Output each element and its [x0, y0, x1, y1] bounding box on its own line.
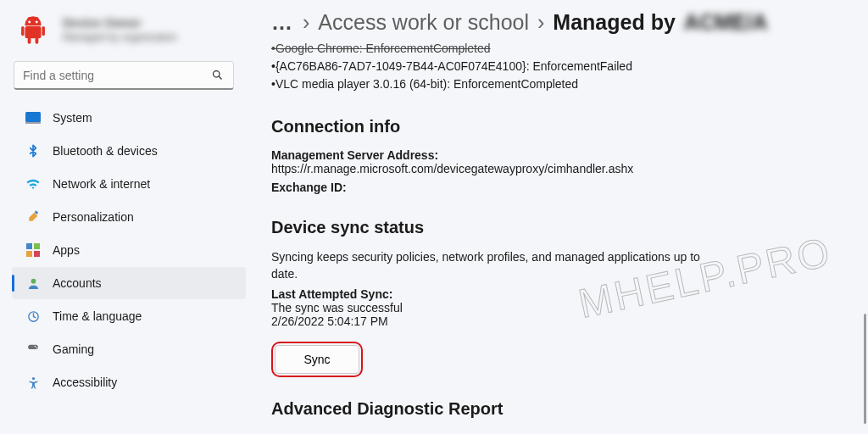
svg-rect-6 [42, 26, 44, 36]
nav-label: Personalization [53, 210, 134, 224]
nav-label: Apps [53, 243, 80, 257]
nav-label: Gaming [53, 342, 94, 356]
nav-apps[interactable]: Apps [12, 234, 246, 266]
nav-label: Accessibility [53, 376, 117, 389]
svg-point-23 [31, 376, 34, 379]
exchange-id-label: Exchange ID: [271, 181, 848, 194]
nav-gaming[interactable]: Gaming [12, 333, 246, 365]
svg-point-18 [31, 278, 36, 283]
svg-point-21 [35, 346, 36, 348]
svg-rect-11 [25, 112, 41, 122]
sync-button[interactable]: Sync [275, 345, 359, 374]
svg-rect-16 [26, 251, 32, 257]
svg-point-3 [36, 21, 38, 24]
policy-line: •Google Chrome: EnforcementCompleted [271, 40, 848, 58]
profile-avatar-icon [15, 12, 51, 47]
svg-line-10 [219, 76, 221, 79]
breadcrumb-parent[interactable]: Access work or school [318, 10, 529, 35]
nav-system[interactable]: System [12, 102, 246, 134]
search-icon [209, 68, 225, 83]
advanced-diagnostic-heading: Advanced Diagnostic Report [271, 399, 848, 419]
profile-name: Device Owner [63, 16, 177, 30]
profile-block[interactable]: Device Owner Managed by organization [8, 8, 254, 56]
nav-personalization[interactable]: Personalization [12, 201, 246, 233]
accessibility-icon [25, 375, 41, 390]
svg-rect-15 [34, 243, 40, 249]
svg-rect-20 [28, 345, 38, 349]
system-icon [25, 110, 41, 125]
nav-network[interactable]: Network & internet [12, 168, 246, 200]
policy-line: •{AC76BA86-7AD7-1049-7B44-AC0F074E4100}:… [271, 58, 848, 75]
nav-label: Time & language [53, 309, 142, 323]
svg-rect-14 [26, 243, 32, 249]
bluetooth-icon [25, 143, 41, 159]
connection-info-heading: Connection info [271, 117, 848, 136]
nav-bluetooth[interactable]: Bluetooth & devices [12, 135, 246, 167]
nav-time-language[interactable]: Time & language [12, 300, 246, 332]
svg-rect-12 [25, 122, 41, 124]
management-server-value: https://r.manage.microsoft.com/devicegat… [271, 162, 848, 175]
svg-rect-7 [28, 38, 31, 44]
svg-rect-4 [25, 26, 42, 38]
profile-subtitle: Managed by organization [63, 31, 177, 43]
paintbrush-icon [25, 209, 41, 225]
apps-icon [25, 242, 41, 258]
chevron-right-icon: › [303, 10, 309, 35]
last-sync-time: 2/26/2022 5:04:17 PM [271, 314, 848, 328]
device-sync-heading: Device sync status [271, 218, 848, 237]
globe-clock-icon [25, 309, 41, 324]
sync-description: Syncing keeps security policies, network… [271, 249, 712, 282]
nav-label: Bluetooth & devices [53, 144, 158, 158]
nav-label: Network & internet [53, 177, 150, 191]
chevron-right-icon: › [537, 10, 544, 35]
sync-button-highlight: Sync [271, 342, 363, 377]
gamepad-icon [25, 342, 41, 357]
svg-rect-17 [34, 251, 40, 257]
svg-rect-5 [21, 26, 24, 36]
svg-point-2 [28, 21, 31, 24]
settings-nav: System Bluetooth & devices Network & int… [8, 102, 254, 398]
svg-rect-8 [36, 38, 39, 44]
svg-point-22 [36, 347, 37, 348]
breadcrumb: … › Access work or school › Managed by A… [271, 10, 868, 35]
last-sync-result: The sync was successful [271, 301, 848, 314]
scrollbar-thumb[interactable] [864, 314, 866, 424]
breadcrumb-more[interactable]: … [271, 10, 294, 35]
policy-line: •VLC media player 3.0.16 (64-bit): Enfor… [271, 75, 848, 93]
svg-point-9 [213, 71, 220, 78]
search-input[interactable] [23, 69, 201, 82]
nav-label: System [53, 111, 92, 125]
sidebar: Device Owner Managed by organization Sys… [0, 0, 254, 434]
last-sync-label: Last Attempted Sync: [271, 287, 848, 301]
breadcrumb-current-org: ACME/A [684, 10, 768, 35]
nav-accessibility[interactable]: Accessibility [12, 366, 246, 398]
nav-accounts[interactable]: Accounts [12, 267, 246, 299]
breadcrumb-current-prefix: Managed by [553, 10, 675, 35]
nav-label: Accounts [53, 276, 102, 290]
person-icon [25, 275, 41, 291]
wifi-icon [25, 176, 41, 192]
main-content: … › Access work or school › Managed by A… [254, 0, 868, 434]
search-box[interactable] [14, 61, 234, 90]
management-server-label: Management Server Address: [271, 148, 848, 162]
